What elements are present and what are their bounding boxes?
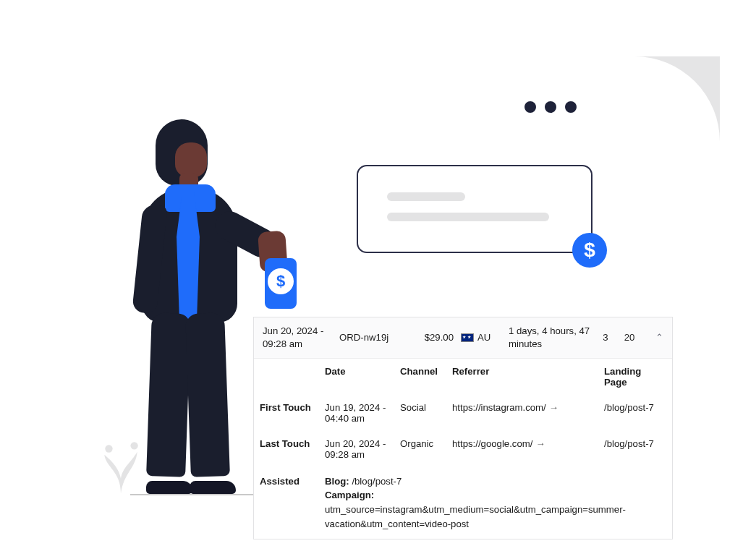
- cell-date: Jun 20, 2024 - 09:28 am: [319, 431, 394, 467]
- first-touch-row: First Touch Jun 19, 2024 - 04:40 am Soci…: [254, 395, 672, 431]
- collapse-toggle[interactable]: ⌃: [646, 332, 663, 343]
- assisted-row: Assisted Blog: /blog/post-7 Campaign: ut…: [254, 467, 672, 539]
- row-label: First Touch: [254, 395, 319, 431]
- face: [175, 142, 207, 177]
- summary-count-b: 20: [620, 332, 639, 343]
- cell-channel: Organic: [394, 431, 446, 467]
- shoe-right: [190, 481, 236, 494]
- assisted-blog-value: /blog/post-7: [352, 476, 402, 487]
- assisted-details: Blog: /blog/post-7 Campaign: utm_source=…: [319, 467, 672, 539]
- header-referrer: Referrer: [446, 359, 598, 395]
- summary-duration: 1 days, 4 hours, 47 minutes: [509, 325, 591, 351]
- window-dot: [524, 101, 536, 113]
- dollar-badge-icon: $: [572, 233, 607, 268]
- leg-right: [185, 312, 230, 477]
- attribution-table: Date Channel Referrer Landing Page First…: [254, 359, 672, 539]
- assisted-campaign-value: utm_source=instagram&utm_medium=social&u…: [325, 504, 626, 529]
- header-landing: Landing Page: [598, 359, 672, 395]
- cell-landing: /blog/post-7: [598, 395, 672, 431]
- assisted-blog-label: Blog:: [325, 476, 349, 487]
- order-attribution-panel: Jun 20, 2024 - 09:28 am ORD-nw19j $29.00…: [253, 317, 673, 539]
- assisted-campaign-label: Campaign:: [325, 490, 374, 500]
- summary-country: AU: [461, 332, 501, 343]
- referrer-link[interactable]: https://google.com/: [452, 438, 532, 449]
- svg-point-1: [130, 442, 137, 449]
- flag-au-icon: [461, 333, 474, 342]
- referrer-link[interactable]: https://instagram.com/: [452, 402, 546, 413]
- row-label: Last Touch: [254, 431, 319, 467]
- arrow-right-icon: →: [546, 402, 558, 413]
- window-corner-decor: [634, 56, 720, 142]
- cell-referrer: https://instagram.com/→: [446, 395, 598, 431]
- table-header-row: Date Channel Referrer Landing Page: [254, 359, 672, 395]
- content-card: $: [357, 165, 593, 253]
- window-controls: [524, 101, 577, 113]
- leg-left: [146, 312, 191, 477]
- country-code: AU: [477, 332, 490, 343]
- placeholder-line: [387, 213, 549, 221]
- summary-amount: $29.00: [413, 332, 454, 343]
- phone-dollar-icon: $: [268, 268, 294, 294]
- row-label: Assisted: [254, 467, 319, 539]
- arrow-right-icon: →: [532, 438, 545, 449]
- cell-referrer: https://google.com/→: [446, 431, 598, 467]
- summary-count-a: 3: [598, 332, 613, 343]
- phone-illustration: $: [265, 258, 297, 309]
- cell-channel: Social: [394, 395, 446, 431]
- window-dot: [565, 101, 577, 113]
- dollar-sign: $: [276, 272, 285, 291]
- plant-decor: [98, 426, 143, 494]
- header-date: Date: [319, 359, 394, 395]
- last-touch-row: Last Touch Jun 20, 2024 - 09:28 am Organ…: [254, 431, 672, 467]
- order-summary-row[interactable]: Jun 20, 2024 - 09:28 am ORD-nw19j $29.00…: [254, 317, 672, 359]
- cell-landing: /blog/post-7: [598, 431, 672, 467]
- header-channel: Channel: [394, 359, 446, 395]
- svg-point-0: [105, 445, 112, 452]
- window-dot: [545, 101, 556, 113]
- shoe-left: [146, 481, 192, 494]
- placeholder-line: [387, 192, 465, 201]
- cell-date: Jun 19, 2024 - 04:40 am: [319, 395, 394, 431]
- summary-date: Jun 20, 2024 - 09:28 am: [263, 325, 332, 351]
- chevron-up-icon: ⌃: [655, 332, 663, 343]
- summary-order-id: ORD-nw19j: [339, 332, 406, 343]
- browser-window-mock: $: [320, 56, 720, 317]
- dollar-sign: $: [584, 239, 595, 262]
